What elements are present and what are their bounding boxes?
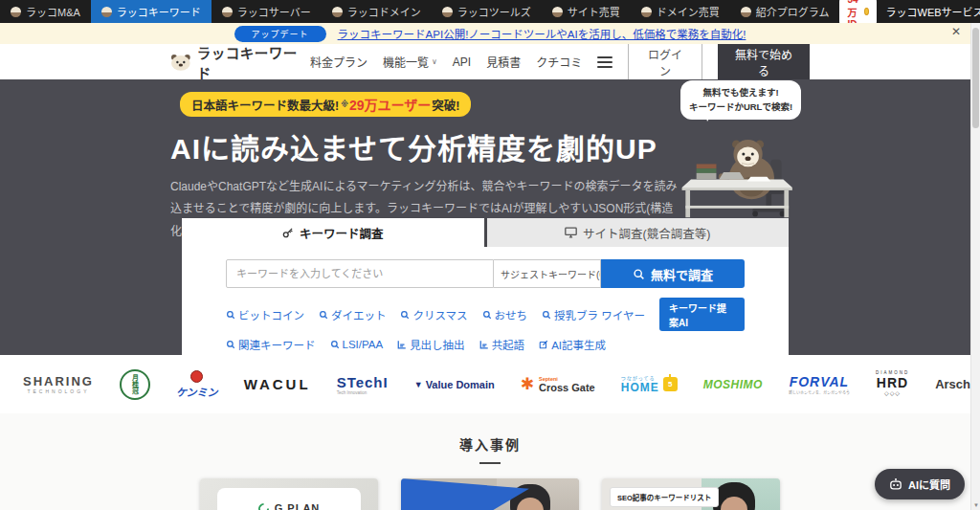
lsi-paa-link[interactable]: LSI/PAA (330, 339, 384, 350)
bubble-line2: キーワードかURLで検索! (689, 101, 792, 112)
search-icon (633, 268, 645, 280)
speech-bubble: 無料でも使えます! キーワードかURLで検索! (680, 80, 801, 120)
nav-reviews[interactable]: クチコミ (536, 54, 582, 70)
hero-section: 日本語キーワード数最大級!※29万ユーザー突破! AIに読み込ませて分析精度を劇… (0, 79, 980, 355)
case-label: SEO記事のキーワードリスト (610, 487, 719, 507)
logo-wacul[interactable]: WACUL (244, 376, 311, 392)
quick-link[interactable]: おせち (482, 307, 528, 322)
search-icon (400, 310, 410, 320)
topbar-item-rakko-keyword[interactable]: ラッコキーワード (91, 0, 212, 23)
rakko-service-icon (11, 7, 21, 17)
chevron-down-icon: ∨ (432, 57, 437, 66)
mascot-illustration: 無料でも使えます! キーワードかURLで検索! (658, 80, 823, 221)
keyword-search-input[interactable] (226, 259, 494, 288)
topbar: ラッコM&A ラッコキーワード ラッコサーバー ラッコドメイン ラッコツールズ … (0, 0, 980, 23)
topbar-item-rakko-tools[interactable]: ラッコツールズ (432, 0, 542, 23)
signup-button[interactable]: 無料で始める (718, 41, 810, 83)
web-services-link[interactable]: ラッコWEBサービス一覧 (886, 4, 980, 19)
ai-article-link[interactable]: AI記事生成 (539, 337, 606, 352)
quick-link-label: LSI/PAA (343, 339, 384, 350)
logo-diamond-hrd[interactable]: DIAMONDHRD◇◇◇ (876, 371, 909, 397)
septeni-star-icon: ✱ (521, 376, 534, 392)
quick-link-label: 見出し抽出 (410, 337, 465, 352)
gplan-logo: G.PLAN (217, 488, 361, 510)
search-tabs: キーワード調査 サイト調査(競合調査等) (182, 218, 789, 247)
vertical-scrollbar[interactable]: ▼ (970, 23, 980, 510)
value-domain-mark-icon: ▼ (414, 380, 423, 389)
logo-sharing-technology[interactable]: SHARINGTECHNOLOGY (23, 374, 94, 394)
nav-quote[interactable]: 見積書 (486, 54, 521, 70)
quick-link-label: 関連キーワード (238, 337, 316, 352)
search-type-select[interactable]: サジェストキーワード(Googl… ∨ (494, 259, 601, 288)
topbar-item-rakko-domain[interactable]: ラッコドメイン (322, 0, 432, 23)
tab-keyword-research[interactable]: キーワード調査 (182, 218, 484, 247)
heading-extract-link[interactable]: 見出し抽出 (397, 337, 465, 352)
search-icon (542, 310, 551, 320)
quick-link-label: ダイエット (331, 307, 386, 322)
quick-link[interactable]: ビットコイン (226, 307, 304, 322)
case-card-seo[interactable]: SEO記事のキーワードリスト (602, 478, 780, 510)
logo-gekkeikan[interactable]: 月桂冠 (120, 369, 150, 400)
rakko-service-icon (552, 7, 563, 17)
topbar-item-site-sale[interactable]: サイト売買 (542, 0, 631, 23)
tab-site-research[interactable]: サイト調査(競合調査等) (484, 218, 790, 247)
hamburger-menu-icon[interactable] (597, 56, 612, 68)
topbar-item-label: ラッコキーワード (117, 4, 201, 19)
topbar-item-label: ドメイン売買 (657, 4, 720, 19)
quick-link-label: 授乳ブラ ワイヤー (554, 307, 645, 322)
quick-link[interactable]: ダイエット (319, 307, 386, 322)
ask-ai-label: AIに質問 (908, 477, 950, 492)
quick-link[interactable]: 授乳ブラ ワイヤー (542, 307, 645, 322)
rakko-service-icon (101, 7, 112, 17)
topbar-item-label: ラッコツールズ (457, 4, 531, 19)
section-title: 導入事例 (0, 434, 980, 454)
co-occurrence-link[interactable]: 共起語 (479, 337, 525, 352)
search-icon (482, 310, 492, 320)
logo-septeni-cross-gate[interactable]: ✱SepteniCross Gate (521, 376, 595, 393)
otter-logo-icon (170, 54, 191, 71)
notice-bar: アップデート ラッコキーワードAPI公開!ノーコードツールやAIを活用し、低価格… (0, 23, 980, 44)
logo-home5[interactable]: つながってるHOME5 (621, 374, 678, 394)
title-underline (479, 462, 501, 464)
update-link[interactable]: ラッコキーワードAPI公開!ノーコードツールやAIを活用し、低価格で業務を自動化… (338, 26, 746, 41)
nav-label: API (453, 55, 471, 69)
topbar-item-rakko-ma[interactable]: ラッコM&A (0, 0, 91, 23)
quick-link-label: クリスマス (412, 307, 467, 322)
search-panel-body: サジェストキーワード(Googl… ∨ 無料で調査 ビットコイン ダイエット ク… (182, 247, 789, 366)
close-icon[interactable]: ✕ (951, 26, 961, 37)
topbar-item-label: ラッコM&A (26, 4, 80, 19)
topbar-item-rakko-server[interactable]: ラッコサーバー (212, 0, 322, 23)
nav-label: 見積書 (486, 54, 521, 70)
logo-forval[interactable]: FORVAL新しいホンモノを、ガンガンやろう (789, 374, 850, 395)
monitor-icon (565, 227, 577, 238)
update-badge: アップデート (234, 26, 326, 42)
nav-features[interactable]: 機能一覧∨ (383, 54, 437, 70)
logo-value-domain[interactable]: ▼Value Domain (414, 379, 495, 390)
bubble-line1: 無料でも使えます! (702, 87, 778, 98)
related-keywords-link[interactable]: 関連キーワード (226, 337, 316, 352)
logo-kenmin[interactable]: ケンミン (176, 370, 218, 399)
gplan-mark-icon (256, 500, 271, 510)
login-button[interactable]: ログイン (628, 41, 702, 83)
rakko-service-icon (332, 7, 343, 17)
case-card-school[interactable]: 2,000人以上... (401, 478, 579, 510)
quick-link[interactable]: クリスマス (400, 307, 467, 322)
logo-moshimo[interactable]: MOSHIMO (703, 378, 763, 391)
robot-mascot-icon: 5 (663, 377, 678, 391)
quick-links-row1: ビットコイン ダイエット クリスマス おせち 授乳ブラ ワイヤー キーワード提案… (226, 298, 745, 331)
scroll-down-arrow-icon[interactable]: ▼ (972, 502, 980, 508)
brand-logo[interactable]: ラッコキーワード (170, 42, 310, 82)
keyword-ai-badge[interactable]: キーワード提案AI (659, 298, 745, 331)
scrollbar-thumb[interactable] (972, 28, 979, 128)
search-submit-button[interactable]: 無料で調査 (601, 259, 745, 288)
ask-ai-button[interactable]: AIに質問 (875, 469, 965, 499)
topbar-item-domain-sale[interactable]: ドメイン売買 (631, 0, 730, 23)
topbar-right: 34万ID ラッコWEBサービス一覧 (839, 0, 980, 23)
robot-icon (889, 478, 902, 491)
page: ラッコM&A ラッコキーワード ラッコサーバー ラッコドメイン ラッコツールズ … (0, 0, 980, 510)
nav-api[interactable]: API (453, 55, 471, 69)
topbar-item-referral-program[interactable]: 紹介プログラム (730, 0, 840, 23)
logo-stechi[interactable]: STechITech Innovation (337, 374, 389, 395)
case-card-gplan[interactable]: G.PLAN (200, 478, 378, 510)
nav-pricing[interactable]: 料金プラン (310, 54, 368, 70)
